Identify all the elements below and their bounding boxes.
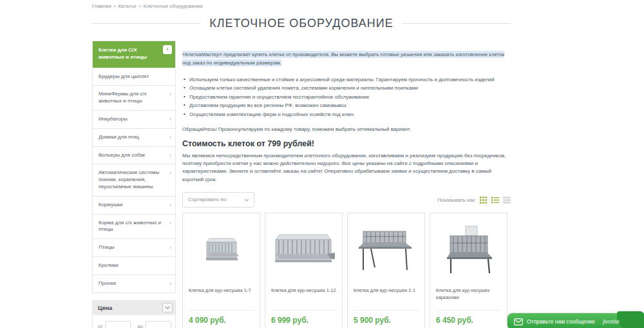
chevron-right-icon: › <box>169 133 171 141</box>
breadcrumb-separator: > <box>113 3 117 9</box>
sidebar-item-domiki[interactable]: Домики для птиц › <box>93 129 175 147</box>
page: Главная>Каталог>Клеточное оборудование К… <box>0 0 644 328</box>
chevron-right-icon: › <box>169 169 171 177</box>
sidebar-item-minifermy[interactable]: МиниФермы для с/х животных и птицы › <box>93 86 175 111</box>
title-divider-right <box>402 23 511 24</box>
product-card[interactable]: Клетка для кур-несушек 1-12 6 999 руб. <box>265 213 343 328</box>
chat-widget[interactable]: Отправьте нам сообщение jivosite <box>507 313 644 328</box>
sidebar-item-label: Домики для птиц <box>99 134 139 140</box>
sidebar-item-kroliki[interactable]: Кролики <box>93 257 175 275</box>
product-price: 5 900 руб. <box>354 316 419 325</box>
chevron-right-icon: › <box>169 219 171 227</box>
table-view-icon[interactable] <box>502 196 511 204</box>
chevron-right-icon: › <box>169 244 171 251</box>
breadcrumb-home[interactable]: Главная <box>92 3 111 9</box>
chat-message-label: Отправьте нам сообщение <box>527 318 595 325</box>
chevron-right-icon[interactable]: › <box>163 45 172 54</box>
sidebar-item-korma[interactable]: Корма для с/х животных и птицы › <box>93 215 175 240</box>
catalog-toolbar: Сортировать по: Показывать как: <box>182 192 511 207</box>
promo-heading: Стоимость клеток от 799 рублей! <box>182 139 511 148</box>
main-content: «КлеткаМастер» предлагает купить клетки … <box>182 51 511 328</box>
view-switcher: Показывать как: <box>437 196 511 204</box>
sidebar-item-label: МиниФермы для с/х животных и птицы <box>99 91 147 104</box>
chevron-down-icon[interactable] <box>162 303 173 313</box>
sidebar-item-label: Прочее <box>99 280 117 286</box>
breadcrumb: Главная>Каталог>Клеточное оборудование <box>92 3 203 9</box>
sidebar-item-label: Кормушки <box>99 202 123 207</box>
grid-view-icon[interactable] <box>479 196 488 204</box>
chat-brand-label: jivosite <box>603 318 620 325</box>
breadcrumb-current: Клеточное оборудование <box>144 3 203 9</box>
price-to-label: до <box>137 323 143 328</box>
chevron-down-icon <box>244 198 249 202</box>
intro-paragraph: «КлеткаМастер» предлагает купить клетки … <box>182 51 511 68</box>
card-divider <box>436 310 501 311</box>
sidebar: Клетки для С/Х животных и птицы › Брудер… <box>92 41 176 328</box>
sidebar-item-kormushki[interactable]: Кормушки › <box>93 197 175 215</box>
price-from-label: от <box>98 323 102 328</box>
price-filter-header[interactable]: Цена <box>93 301 175 315</box>
sidebar-item-kletki[interactable]: Клетки для С/Х животных и птицы › <box>93 41 175 68</box>
price-filter: Цена от до <box>92 300 176 328</box>
sidebar-item-label: Инкубаторы <box>99 116 128 122</box>
sidebar-item-label: Птицы <box>99 244 114 250</box>
product-cage-image <box>436 218 501 283</box>
product-card[interactable]: Клетка для кур несушек 2-1 5 900 руб. <box>347 213 425 328</box>
sidebar-item-label: Брудеры для цыплят <box>99 73 149 79</box>
sidebar-item-label: Кролики <box>99 262 118 268</box>
breadcrumb-separator: > <box>138 3 142 9</box>
chevron-right-icon: › <box>169 115 171 123</box>
product-cage-image <box>271 218 336 283</box>
product-price: 4 090 руб. <box>189 316 254 325</box>
view-switcher-label: Показывать как: <box>437 197 476 203</box>
product-price: 6 450 руб. <box>436 316 501 325</box>
title-divider-left <box>92 23 200 24</box>
card-divider <box>271 310 336 311</box>
envelope-icon <box>514 318 523 325</box>
sort-dropdown[interactable]: Сортировать по: <box>182 192 254 207</box>
list-item: Осуществляем комплектацию ферм и подсобн… <box>182 111 511 119</box>
product-price: 6 999 руб. <box>271 316 336 325</box>
list-item: Используем только качественные и стойкие… <box>182 76 511 84</box>
sort-dropdown-label: Сортировать по: <box>188 197 227 202</box>
product-card[interactable]: Клетка для кур несушек каркасная 6 450 р… <box>430 213 507 328</box>
chevron-right-icon: › <box>169 151 171 159</box>
list-item: Доставляем продукцию во все регионы РФ, … <box>182 102 511 110</box>
list-item: Оснащаем клетки системой удаления помета… <box>182 84 511 92</box>
sidebar-item-label: Вольеры для собак <box>99 152 145 158</box>
card-divider <box>354 310 419 311</box>
category-menu: Клетки для С/Х животных и птицы › Брудер… <box>92 41 176 293</box>
sidebar-item-prochee[interactable]: Прочее › <box>93 275 175 293</box>
chevron-right-icon: › <box>169 90 171 98</box>
sidebar-item-brudery[interactable]: Брудеры для цыплят <box>93 68 175 86</box>
sidebar-item-label: Корма для с/х животных и птицы <box>99 220 161 233</box>
price-from-input[interactable] <box>105 321 131 328</box>
product-cage-image <box>189 218 254 283</box>
price-filter-title: Цена <box>98 305 112 311</box>
feature-list: Используем только качественные и стойкие… <box>182 76 511 119</box>
sidebar-item-label: Клетки для С/Х животных и птицы <box>99 47 147 60</box>
product-name[interactable]: Клетка для кур-несушек 1-12 <box>271 287 336 309</box>
chevron-right-icon: › <box>169 201 171 209</box>
sidebar-item-voljery[interactable]: Вольеры для собак › <box>93 147 175 165</box>
highlighted-text: «КлеткаМастер» предлагает купить клетки … <box>182 51 504 66</box>
promo-paragraph: Мы являемся непосредственным производите… <box>182 152 511 184</box>
card-divider <box>189 310 254 311</box>
price-to-input[interactable] <box>146 321 171 328</box>
sidebar-item-inkubatory[interactable]: Инкубаторы › <box>93 111 175 129</box>
sidebar-item-label: Автоматические системы поения, кормления… <box>99 169 159 189</box>
product-card[interactable]: Клетка для кур-несушек 1-7 4 090 руб. <box>182 213 260 328</box>
intro-outro: Обращайтесь! Проконсультируем по каждому… <box>182 126 511 132</box>
product-cage-image <box>354 218 419 283</box>
page-title-row: КЛЕТОЧНОЕ ОБОРУДОВАНИЕ <box>92 17 511 30</box>
product-name[interactable]: Клетка для кур несушек каркасная <box>436 287 501 309</box>
sidebar-item-avtomaticheskie[interactable]: Автоматические системы поения, кормления… <box>93 164 175 196</box>
sidebar-item-pticy[interactable]: Птицы › <box>93 239 175 257</box>
chat-widget-fold <box>617 311 644 328</box>
breadcrumb-catalog[interactable]: Каталог <box>118 3 137 9</box>
product-name[interactable]: Клетка для кур-несушек 1-7 <box>189 287 254 309</box>
product-grid: Клетка для кур-несушек 1-7 4 090 руб. <box>182 213 511 328</box>
chevron-right-icon: › <box>169 280 171 287</box>
list-view-icon[interactable] <box>491 196 499 204</box>
product-name[interactable]: Клетка для кур несушек 2-1 <box>354 287 419 309</box>
